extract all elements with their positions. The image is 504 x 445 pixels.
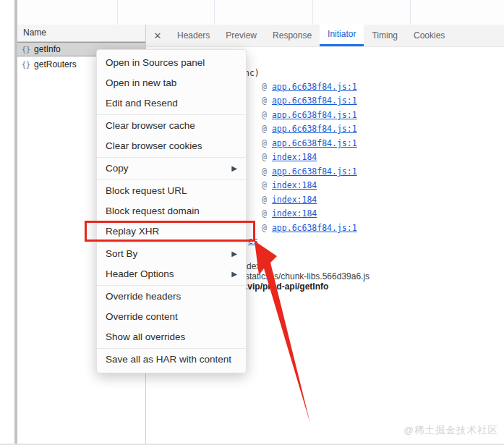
- tab-initiator[interactable]: Initiator: [320, 25, 364, 46]
- at-symbol: @: [262, 180, 267, 190]
- stack-frame-line: @app.6c638f84.js:1: [262, 82, 357, 92]
- stack-frame-line: @app.6c638f84.js:1: [262, 166, 357, 177]
- initiator-frame-link[interactable]: index:184: [272, 180, 317, 190]
- menu-item-block-request-url[interactable]: Block request URL: [97, 181, 246, 201]
- menu-separator: [97, 179, 246, 180]
- menu-item-label: Sort By: [106, 244, 137, 264]
- menu-item-header-options[interactable]: Header Options ▶: [97, 264, 246, 284]
- tab-preview[interactable]: Preview: [218, 25, 265, 46]
- at-symbol: @: [262, 166, 267, 177]
- menu-item-label: Clear browser cache: [106, 116, 195, 136]
- menu-item-label: Override content: [106, 307, 178, 327]
- menu-item-override-headers[interactable]: Override headers: [97, 287, 246, 307]
- column-divider: [214, 0, 215, 25]
- at-symbol: @: [262, 195, 267, 205]
- at-symbol: @: [262, 96, 267, 106]
- tab-headers[interactable]: Headers: [169, 25, 218, 46]
- menu-item-override-content[interactable]: Override content: [97, 307, 246, 327]
- devtools-network-screenshot: Name {} getInfo {} getRouters ✕ Headers …: [0, 0, 504, 445]
- at-symbol: @: [262, 110, 267, 120]
- initiator-frame-link[interactable]: index:184: [272, 208, 317, 219]
- stack-frame-line: @app.6c638f84.js:1: [262, 223, 357, 233]
- menu-item-label: Save all as HAR with content: [106, 349, 231, 370]
- script-braces-icon: {}: [22, 61, 30, 69]
- menu-item-edit-and-resend[interactable]: Edit and Resend: [97, 93, 246, 114]
- menu-item-sort-by[interactable]: Sort By ▶: [97, 244, 246, 264]
- initiator-frame-link[interactable]: index:184: [272, 195, 317, 205]
- menu-item-label: Override headers: [106, 287, 181, 307]
- column-divider: [312, 0, 313, 25]
- detail-tab-bar: ✕ Headers Preview Response Initiator Tim…: [146, 25, 504, 47]
- replay-xhr-highlight-box: [85, 221, 255, 242]
- initiator-frame-link[interactable]: index:184: [272, 152, 317, 162]
- tab-timing[interactable]: Timing: [364, 25, 406, 46]
- initiator-frame-link[interactable]: app.6c638f84.js:1: [272, 223, 357, 233]
- tab-cookies[interactable]: Cookies: [406, 25, 453, 46]
- menu-item-copy[interactable]: Copy ▶: [97, 158, 246, 179]
- menu-item-label: Open in Sources panel: [106, 53, 205, 73]
- menu-item-label: Open in new tab: [106, 73, 176, 93]
- column-divider: [410, 0, 411, 25]
- initiator-frame-link[interactable]: app.6c638f84.js:1: [272, 138, 357, 148]
- network-table-top-area: [17, 0, 504, 25]
- stack-frame-line: @index:184: [262, 208, 317, 219]
- menu-item-label: Edit and Resend: [106, 93, 178, 114]
- at-symbol: @: [262, 138, 267, 148]
- stack-frame-line: @app.6c638f84.js:1: [262, 124, 357, 134]
- at-symbol: @: [262, 223, 267, 233]
- stack-frame-line: @app.6c638f84.js:1: [262, 138, 357, 148]
- at-symbol: @: [262, 152, 267, 162]
- menu-separator: [97, 285, 246, 286]
- menu-separator: [97, 114, 246, 115]
- menu-separator: [97, 348, 246, 349]
- stack-partial-function-text: nc): [244, 68, 260, 78]
- request-chain-partial-index: dex: [247, 261, 260, 271]
- request-chain-getinfo-url: .vip/prod-api/getInfo: [245, 281, 328, 292]
- stack-frame-line: @app.6c638f84.js:1: [262, 110, 357, 120]
- submenu-arrow-icon: ▶: [231, 264, 237, 284]
- initiator-frame-link[interactable]: app.6c638f84.js:1: [272, 124, 357, 134]
- menu-item-clear-browser-cookies[interactable]: Clear browser cookies: [97, 136, 246, 156]
- menu-item-label: Clear browser cookies: [106, 136, 202, 156]
- at-symbol: @: [262, 208, 267, 219]
- tab-response[interactable]: Response: [265, 25, 320, 46]
- menu-item-label: Block request URL: [106, 181, 187, 201]
- menu-item-label: Show all overrides: [106, 327, 185, 347]
- menu-item-save-all-as-har[interactable]: Save all as HAR with content: [97, 349, 246, 370]
- submenu-arrow-icon: ▶: [231, 158, 237, 179]
- close-icon[interactable]: ✕: [146, 25, 169, 46]
- menu-separator: [97, 157, 246, 158]
- initiator-frame-link[interactable]: app.6c638f84.js:1: [272, 110, 357, 120]
- stack-frame-line: @index:184: [262, 195, 317, 205]
- column-divider: [117, 0, 118, 25]
- menu-item-label: Copy: [106, 158, 129, 179]
- menu-item-label: Header Options: [106, 264, 174, 284]
- submenu-arrow-icon: ▶: [231, 244, 237, 264]
- at-symbol: @: [262, 124, 267, 134]
- request-label: getInfo: [34, 44, 61, 54]
- menu-item-open-in-sources-panel[interactable]: Open in Sources panel: [97, 53, 246, 73]
- request-label: getRouters: [34, 59, 77, 69]
- at-symbol: @: [262, 82, 267, 92]
- menu-separator: [97, 242, 246, 243]
- context-menu: Open in Sources panel Open in new tab Ed…: [96, 49, 247, 373]
- menu-item-open-in-new-tab[interactable]: Open in new tab: [97, 73, 246, 93]
- menu-item-clear-browser-cache[interactable]: Clear browser cache: [97, 116, 246, 136]
- stack-frame-line: @index:184: [262, 180, 317, 190]
- initiator-frame-link[interactable]: app.6c638f84.js:1: [272, 82, 357, 92]
- stack-frame-line: @index:184: [262, 152, 317, 162]
- stack-frame-line: @app.6c638f84.js:1: [262, 96, 357, 106]
- request-chain-chunk-libs: statics/js/chunk-libs.566d39a6.js: [245, 271, 370, 281]
- watermark-text: @稀土掘金技术社区: [403, 424, 498, 437]
- initiator-frame-link[interactable]: app.6c638f84.js:1: [272, 96, 357, 106]
- name-column-header[interactable]: Name: [17, 25, 145, 42]
- script-braces-icon: {}: [22, 46, 30, 54]
- menu-item-show-all-overrides[interactable]: Show all overrides: [97, 327, 246, 347]
- initiator-frame-link[interactable]: app.6c638f84.js:1: [272, 166, 357, 177]
- menu-item-block-request-domain[interactable]: Block request domain: [97, 201, 246, 221]
- menu-item-label: Block request domain: [106, 201, 200, 221]
